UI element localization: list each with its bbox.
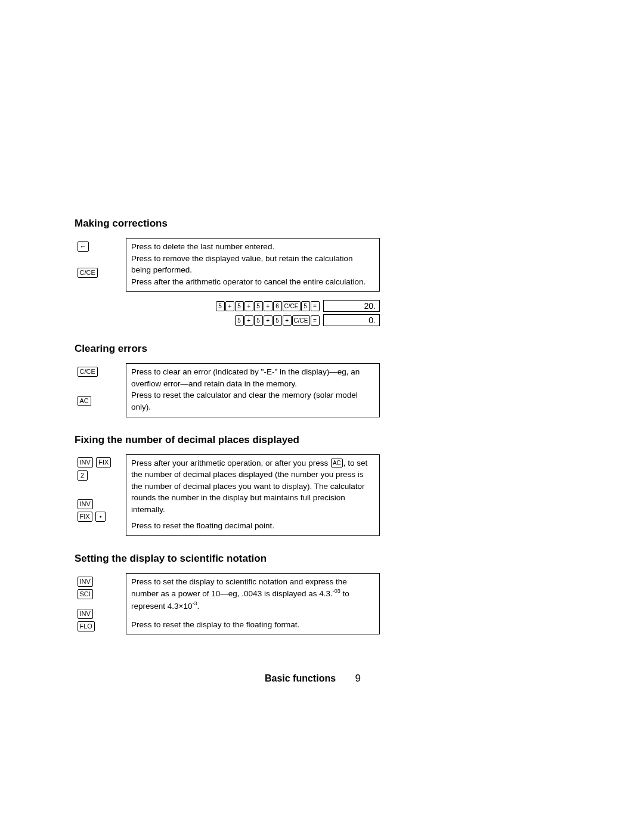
table-row: INV SCI Press to set the display to scie… [76, 573, 380, 602]
table-row: ← Press to delete the last number entere… [76, 239, 380, 265]
table-clearing-errors: C/CE Press to clear an error (indicated … [76, 363, 380, 417]
page-content: Making corrections ← Press to delete the… [75, 218, 385, 651]
desc-text: Press to reset the display to the floati… [131, 619, 374, 631]
key-inv: INV [78, 457, 93, 467]
key-sci: SCI [78, 589, 93, 599]
table-fixing-decimal: INV FIX 2 Press after your arithmetic op… [76, 454, 380, 536]
key-inv: INV [78, 577, 93, 587]
desc-text: Press to reset the calculator and clear … [131, 389, 374, 413]
heading-scientific-notation: Setting the display to scientific notati… [75, 553, 385, 565]
key-flo: FLO [78, 621, 95, 631]
key-ac: AC [78, 396, 91, 406]
key-inv: INV [78, 609, 93, 619]
example-keys: 5+5+5+C/CE= [234, 314, 323, 326]
footer-section-title: Basic functions [265, 673, 336, 683]
desc-text: Press to reset the floating decimal poin… [131, 520, 374, 532]
desc-text: Press to set the display to scientific n… [131, 576, 374, 612]
key-fix: FIX [78, 512, 92, 522]
example-row: 5+5+5+6C/CE5= 20. [76, 300, 380, 312]
example-keys: 5+5+5+6C/CE5= [215, 300, 323, 312]
section-clearing-errors: Clearing errors C/CE Press to clear an e… [75, 343, 385, 417]
examples-block: 5+5+5+6C/CE5= 20. 5+5+5+C/CE= 0. [76, 300, 380, 326]
key-2: 2 [78, 470, 88, 481]
desc-text: Press to remove the displayed value, but… [131, 253, 374, 276]
table-scientific-notation: INV SCI Press to set the display to scie… [76, 573, 380, 634]
heading-fixing-decimal: Fixing the number of decimal places disp… [75, 434, 385, 446]
key-fix: FIX [96, 457, 111, 467]
key-back-arrow: ← [78, 241, 89, 252]
key-cce: C/CE [78, 268, 98, 278]
heading-clearing-errors: Clearing errors [75, 343, 385, 355]
example-result: 0. [323, 314, 380, 326]
desc-text: Press to delete the last number entered. [131, 241, 374, 253]
page-footer: Basic functions 9 [75, 673, 361, 685]
heading-making-corrections: Making corrections [75, 218, 385, 230]
table-row: INV FIX 2 Press after your arithmetic op… [76, 454, 380, 493]
example-result: 20. [323, 300, 380, 312]
section-fixing-decimal: Fixing the number of decimal places disp… [75, 434, 385, 536]
table-row: C/CE Press to clear an error (indicated … [76, 364, 380, 385]
desc-text: Press to clear an error (indicated by "-… [131, 366, 374, 389]
desc-text: Press after the arithmetic operator to c… [131, 276, 374, 288]
section-scientific-notation: Setting the display to scientific notati… [75, 553, 385, 634]
desc-text: Press after your arithmetic operation, o… [131, 457, 374, 516]
key-dot: • [95, 512, 106, 522]
key-cce: C/CE [78, 367, 98, 377]
key-inv: INV [78, 499, 93, 509]
example-row: 5+5+5+C/CE= 0. [76, 314, 380, 326]
table-making-corrections: ← Press to delete the last number entere… [76, 238, 380, 292]
section-making-corrections: Making corrections ← Press to delete the… [75, 218, 385, 326]
key-ac-inline: AC [331, 459, 343, 467]
footer-page-number: 9 [355, 673, 361, 684]
